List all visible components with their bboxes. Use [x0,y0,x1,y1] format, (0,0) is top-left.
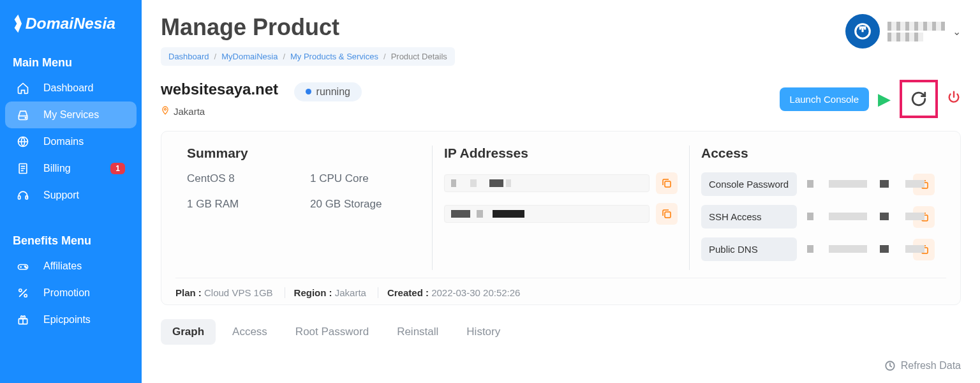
gift-icon [17,313,31,326]
chevron-down-icon: ⌄ [953,26,961,38]
status-badge: running [294,82,362,101]
ip-title: IP Addresses [444,146,678,161]
avatar [845,14,880,49]
tab-access[interactable]: Access [221,319,279,345]
page-title: Manage Product [161,14,455,41]
summary-ram: 1 GB RAM [187,198,297,211]
sidebar-item-label: Epicpoints [43,314,91,326]
access-title: Access [701,146,935,161]
access-rows: Console PasswordSSH AccessPublic DNS [701,172,935,261]
breadcrumb-item: Product Details [391,52,447,61]
summary-title: Summary [187,146,420,161]
copy-icon[interactable] [656,172,678,194]
sidebar-item-label: My Services [43,109,99,121]
sidebar-item-promotion[interactable]: Promotion [5,280,137,306]
ip-value-redacted [444,174,650,192]
sidebar-items-benefits: AffiliatesPromotionEpicpoints [0,253,142,333]
sidebar-item-label: Promotion [43,287,90,299]
svg-point-8 [26,267,27,268]
svg-text:DomaiNesia: DomaiNesia [26,15,115,32]
sidebar-item-my-services[interactable]: My Services [5,101,137,128]
refresh-button[interactable]: Refresh Data [884,360,961,372]
product-location: Jakarta [161,105,362,117]
percent-icon [17,287,31,299]
user-menu[interactable]: ⌄ [845,14,961,49]
meta-bar: Plan : Cloud VPS 1GB Region : Jakarta Cr… [175,278,946,298]
product-tabs: GraphAccessRoot PasswordReinstallHistory [161,319,961,345]
svg-point-10 [24,294,27,297]
copy-icon[interactable] [656,203,678,225]
ip-section: IP Addresses [432,146,689,270]
access-value-redacted [803,241,907,259]
sidebar-item-dashboard[interactable]: Dashboard [5,75,137,101]
breadcrumb: Dashboard/MyDomaiNesia/My Products & Ser… [161,47,455,66]
sidebar-item-epicpoints[interactable]: Epicpoints [5,306,137,333]
ip-row [444,172,678,194]
overview-card: Summary CentOS 8 1 CPU Core 1 GB RAM 20 … [161,131,961,305]
gamepad-icon [17,260,31,273]
main-content: Manage Product Dashboard/MyDomaiNesia/My… [142,0,980,383]
access-value-redacted [803,176,907,193]
sidebar-item-billing[interactable]: Billing1 [5,155,137,182]
start-icon[interactable]: ▶ [878,89,891,109]
access-label: Console Password [701,172,797,196]
svg-point-9 [19,289,22,292]
sidebar-section-benefits: Benefits Menu [0,225,142,253]
user-name-redacted [887,20,945,43]
breadcrumb-item[interactable]: MyDomaiNesia [221,52,278,61]
access-label: Public DNS [701,237,797,261]
access-row: Public DNS [701,237,935,261]
access-section: Access Console PasswordSSH AccessPublic … [689,146,946,270]
sidebar-item-label: Affiliates [43,260,82,272]
badge: 1 [110,163,125,174]
sidebar-items-main: DashboardMy ServicesDomainsBilling1Suppo… [0,75,142,209]
product-name: websitesaya.net [161,80,278,98]
sidebar-item-support[interactable]: Support [5,182,137,209]
home-icon [17,82,31,94]
summary-os: CentOS 8 [187,172,297,185]
svg-rect-14 [665,181,671,187]
drive-icon [17,109,31,121]
sidebar: DomaiNesia Main Menu DashboardMy Service… [0,0,142,383]
ip-row [444,203,678,225]
power-icon[interactable] [947,90,961,108]
sidebar-item-label: Billing [43,163,71,174]
svg-rect-15 [665,212,671,218]
sidebar-section-main: Main Menu [0,47,142,75]
access-label: SSH Access [701,205,797,229]
headset-icon [17,189,31,202]
summary-cpu: 1 CPU Core [310,172,420,185]
reload-button[interactable] [900,80,938,118]
bill-icon [17,162,31,175]
sidebar-item-label: Dashboard [43,82,93,94]
summary-storage: 20 GB Storage [310,198,420,211]
breadcrumb-item[interactable]: Dashboard [168,52,209,61]
ip-value-redacted [444,205,650,223]
tab-graph[interactable]: Graph [161,319,216,345]
location-pin-icon [161,105,170,117]
access-row: SSH Access [701,205,935,229]
svg-rect-4 [19,196,20,199]
tab-reinstall[interactable]: Reinstall [385,319,450,345]
svg-point-1 [25,117,26,119]
summary-section: Summary CentOS 8 1 CPU Core 1 GB RAM 20 … [175,146,432,270]
breadcrumb-item[interactable]: My Products & Services [290,52,378,61]
access-value-redacted [803,208,907,226]
svg-point-13 [165,109,167,110]
globe-icon [17,135,31,148]
tab-history[interactable]: History [455,319,512,345]
launch-console-button[interactable]: Launch Console [780,87,869,111]
sidebar-item-label: Domains [43,136,84,147]
sidebar-item-affiliates[interactable]: Affiliates [5,253,137,280]
brand-logo[interactable]: DomaiNesia [0,0,142,47]
sidebar-item-domains[interactable]: Domains [5,128,137,155]
sidebar-item-label: Support [43,190,79,201]
access-row: Console Password [701,172,935,196]
tab-root-password[interactable]: Root Password [284,319,380,345]
